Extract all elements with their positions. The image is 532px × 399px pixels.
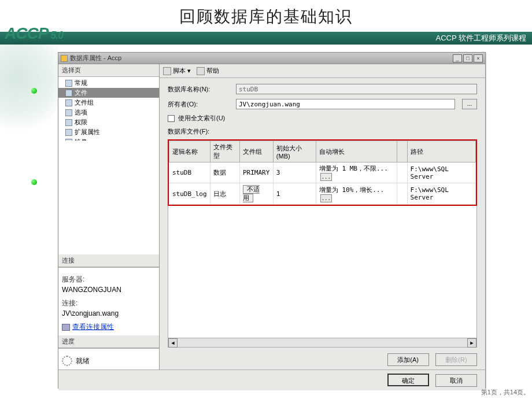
page-icon <box>65 109 72 116</box>
cell-growth[interactable]: 增量为 1 MB，不限...... <box>316 162 397 183</box>
server-label: 服务器: <box>62 275 156 285</box>
cell-size[interactable]: 3 <box>273 162 316 183</box>
tree-label: 选项 <box>75 108 87 117</box>
accp-logo: ACCP 5.0 <box>5 24 63 43</box>
window-title: 数据库属性 - Accp <box>70 54 121 62</box>
owner-input[interactable] <box>236 99 455 109</box>
connection-header: 连接 <box>58 254 159 267</box>
cell-path[interactable]: F:\www\SQL Server <box>407 162 475 183</box>
cell-type[interactable]: 日志 <box>210 183 239 205</box>
bullet-dot <box>31 88 37 94</box>
col-autogrowth[interactable]: 自动增长 <box>316 141 397 162</box>
col-file-type[interactable]: 文件类型 <box>210 141 239 162</box>
fulltext-checkbox[interactable] <box>168 115 175 122</box>
help-button[interactable]: 帮助 <box>197 66 219 75</box>
bullet-dot <box>31 179 37 185</box>
table-empty-area: ◄ ► <box>168 206 477 348</box>
owner-browse-button[interactable]: ... <box>462 99 477 109</box>
tree-item-extended[interactable]: 扩展属性 <box>58 127 159 137</box>
script-icon <box>163 67 171 75</box>
table-row[interactable]: stuDB 数据 PRIMARY 3 增量为 1 MB，不限...... F:\… <box>169 162 476 183</box>
connection-value: JV\zongjuan.wang <box>62 309 156 317</box>
tree-item-permissions[interactable]: 权限 <box>58 117 159 127</box>
minimize-button[interactable]: _ <box>453 54 462 62</box>
tree-label: 权限 <box>75 118 87 127</box>
slide-title: 回顾数据库的基础知识 <box>0 6 532 28</box>
col-file-group[interactable]: 文件组 <box>239 141 273 162</box>
tree-label: 常规 <box>75 79 87 87</box>
content-toolbar: 脚本 ▾ 帮助 <box>160 64 485 78</box>
page-icon <box>65 90 72 97</box>
view-connection-link[interactable]: 查看连接属性 <box>72 322 114 332</box>
growth-edit-button[interactable]: ... <box>320 173 332 181</box>
page-tree: 常规 文件 文件组 选项 权限 扩展属性 镜像 事务日志传送 <box>58 77 159 141</box>
help-icon <box>197 67 205 75</box>
growth-edit-button[interactable]: ... <box>320 194 332 202</box>
decorative-background <box>0 43 58 159</box>
db-name-label: 数据库名称(N): <box>168 85 231 94</box>
spinner-icon <box>62 356 72 366</box>
page-icon <box>65 80 72 87</box>
tree-item-general[interactable]: 常规 <box>58 78 159 88</box>
files-table: 逻辑名称 文件类型 文件组 初始大小(MB) 自动增长 路径 stuDB 数据 <box>168 139 477 206</box>
owner-label: 所有者(O): <box>168 100 231 109</box>
content-pane: 脚本 ▾ 帮助 数据库名称(N): 所有者(O): ... 使用全文索引(U) … <box>160 64 485 370</box>
progress-header: 进度 <box>58 335 159 348</box>
cell-group[interactable]: 不适用 <box>239 183 273 205</box>
tree-item-options[interactable]: 选项 <box>58 108 159 117</box>
table-row[interactable]: stuDB_log 日志 不适用 1 增量为 10%，增长...... F:\w… <box>169 183 476 205</box>
database-icon <box>61 55 68 62</box>
computer-icon <box>62 324 70 331</box>
cell-type[interactable]: 数据 <box>210 162 239 183</box>
page-icon <box>65 99 72 106</box>
cell-name[interactable]: stuDB <box>169 162 210 183</box>
page-icon <box>65 129 72 136</box>
tree-item-filegroups[interactable]: 文件组 <box>58 98 159 108</box>
db-name-input <box>236 84 477 94</box>
help-label: 帮助 <box>206 66 219 75</box>
cell-growth[interactable]: 增量为 10%，增长...... <box>316 183 397 205</box>
dialog-footer: 确定 取消 <box>58 370 485 390</box>
horizontal-scrollbar[interactable]: ◄ ► <box>168 338 476 347</box>
cell-size[interactable]: 1 <box>273 183 316 205</box>
page-indicator: 第1页，共14页。 <box>481 388 530 397</box>
slide-subtitle: ACCP 软件工程师系列课程 <box>0 32 532 45</box>
db-properties-dialog: 数据库属性 - Accp _ □ × 选择页 常规 文件 文件组 选项 权限 扩… <box>58 52 486 389</box>
page-icon <box>65 119 72 126</box>
cancel-button[interactable]: 取消 <box>435 374 477 387</box>
files-section-label: 数据库文件(F): <box>168 127 477 136</box>
tree-item-files[interactable]: 文件 <box>58 88 159 98</box>
remove-button: 删除(R) <box>435 353 477 366</box>
progress-status: 就绪 <box>76 356 90 366</box>
cell-path[interactable]: F:\www\SQL Server <box>407 183 475 205</box>
script-dropdown[interactable]: 脚本 ▾ <box>163 66 191 75</box>
left-sidebar: 选择页 常规 文件 文件组 选项 权限 扩展属性 镜像 事务日志传送 连接 服务… <box>58 64 160 370</box>
cell-name[interactable]: stuDB_log <box>169 183 210 205</box>
tree-label: 文件 <box>75 88 87 97</box>
cell-group[interactable]: PRIMARY <box>239 162 273 183</box>
titlebar[interactable]: 数据库属性 - Accp _ □ × <box>58 53 485 64</box>
fulltext-label: 使用全文索引(U) <box>178 114 225 123</box>
progress-panel: 就绪 <box>58 348 159 370</box>
connection-label: 连接: <box>62 298 156 308</box>
page-selector-header: 选择页 <box>58 64 159 77</box>
scroll-right-icon[interactable]: ► <box>467 338 476 348</box>
col-logical-name[interactable]: 逻辑名称 <box>169 141 210 162</box>
add-button[interactable]: 添加(A) <box>387 353 429 366</box>
col-path[interactable]: 路径 <box>407 141 475 162</box>
ok-button[interactable]: 确定 <box>387 374 429 386</box>
scroll-left-icon[interactable]: ◄ <box>168 338 178 348</box>
script-label: 脚本 <box>173 66 186 75</box>
maximize-button[interactable]: □ <box>463 54 472 62</box>
col-initial-size[interactable]: 初始大小(MB) <box>273 141 316 162</box>
server-value: WANGZONGJUAN <box>62 286 156 294</box>
tree-label: 扩展属性 <box>75 128 100 136</box>
close-button[interactable]: × <box>474 54 483 62</box>
connection-panel: 服务器: WANGZONGJUAN 连接: JV\zongjuan.wang 查… <box>58 267 159 335</box>
tree-label: 文件组 <box>75 98 94 107</box>
